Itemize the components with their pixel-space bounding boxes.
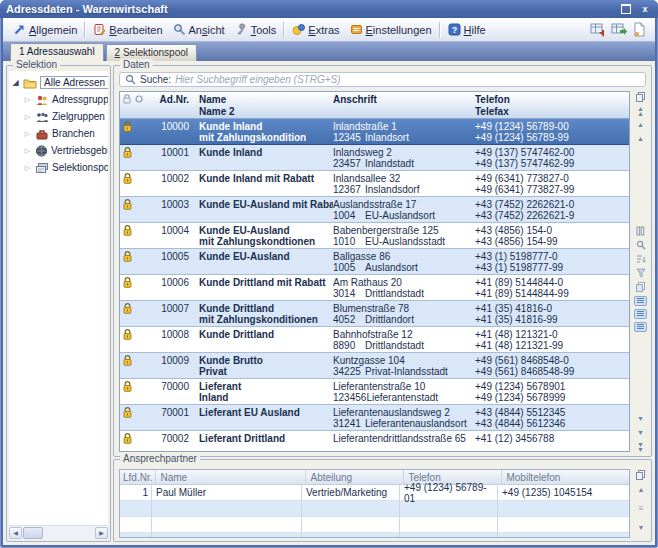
- table-row[interactable]: 70000LieferantInlandLieferantenstraße 10…: [120, 379, 629, 405]
- name2-line: Inland: [199, 392, 333, 403]
- menu-item-ansicht[interactable]: Ansicht: [168, 21, 230, 38]
- sort-icon[interactable]: [634, 254, 647, 265]
- tree-item-zielgruppen[interactable]: ▷Zielgruppen: [11, 108, 108, 125]
- restore-button[interactable]: [619, 3, 633, 16]
- close-button[interactable]: x: [638, 3, 652, 16]
- mobiltelefon-column-header[interactable]: Mobiltelefon: [502, 470, 629, 484]
- scroll-right-icon[interactable]: ▶: [95, 527, 108, 539]
- tree-item-branchen[interactable]: ▷Branchen: [11, 125, 108, 142]
- view-2-button[interactable]: [634, 309, 647, 319]
- copy-icon[interactable]: [634, 91, 647, 102]
- scroll-down-icon[interactable]: ▼: [634, 413, 647, 424]
- name-cell: [152, 501, 302, 516]
- table-row[interactable]: 10000Kunde Inlandmit ZahlungskonditionIn…: [120, 119, 629, 145]
- scroll-first-icon[interactable]: ▲▲: [634, 105, 647, 116]
- menu-item-bearbeiten[interactable]: Bearbeiten: [88, 21, 167, 38]
- tree-expander-icon[interactable]: ▷: [23, 113, 32, 121]
- city-value: Lieferantenauslandsort: [365, 418, 467, 429]
- table-row[interactable]: 10005Kunde EU-AuslandBallgasse 861005Aus…: [120, 249, 629, 275]
- anschrift-cell: Inlandsallee 3212367Inslandsdorf: [333, 173, 475, 196]
- tree-expander-icon[interactable]: ▷: [23, 147, 32, 155]
- plz-value: 12345: [333, 132, 365, 143]
- view-3-button[interactable]: [634, 322, 647, 332]
- magnifier-small-icon[interactable]: [634, 240, 647, 251]
- hscroll-thumb[interactable]: [23, 527, 43, 539]
- city-value: Inlandstadt: [365, 158, 414, 169]
- scroll-page-down-icon[interactable]: ▼: [634, 427, 647, 438]
- table-side-toolbar: ▲▲▲▲▼▼▼▼: [632, 91, 649, 452]
- tree-item-selektionspools[interactable]: ▷Selektionspools: [11, 159, 108, 176]
- table-row[interactable]: 10004Kunde EU-Auslandmit Zahlungskondtio…: [120, 223, 629, 249]
- tree-expander-icon[interactable]: ▷: [23, 130, 32, 138]
- city-line: 3014Drittlandstadt: [333, 288, 475, 299]
- table-row[interactable]: 10003Kunde EU-Ausland mit RabattAuslands…: [120, 197, 629, 223]
- tree-item-adressgruppen[interactable]: ▷Adressgruppen: [11, 91, 108, 108]
- city-value: EU-Auslandsstadt: [365, 236, 445, 247]
- tree-item-root[interactable]: ◢Alle Adressen: [11, 74, 108, 91]
- abteilung-column-header[interactable]: Abteilung: [306, 470, 404, 484]
- tree-hscrollbar[interactable]: ◀ ▶: [9, 525, 108, 539]
- tree-item-vertriebsgebiete[interactable]: ▷Vertriebsgebiete: [11, 142, 108, 159]
- tree-expander-icon[interactable]: ◢: [11, 78, 20, 87]
- name-cell: Lieferant EU Ausland: [193, 407, 333, 430]
- lock-gold-icon: [123, 173, 132, 184]
- tree-expander-icon[interactable]: ▷: [23, 96, 32, 104]
- menu-item-label: Bearbeiten: [109, 24, 162, 36]
- scroll-last-icon[interactable]: ▼▼: [634, 441, 647, 452]
- scroll-up-icon[interactable]: ▲: [635, 484, 648, 495]
- name-column-header[interactable]: NameName 2: [193, 94, 333, 118]
- copy-icon[interactable]: [635, 469, 648, 480]
- table-row[interactable]: 10008Kunde DrittlandBahnhofstraße 128890…: [120, 327, 629, 353]
- table-row[interactable]: 70001Lieferant EU AuslandLieferantenausl…: [120, 405, 629, 431]
- filter-icon[interactable]: [634, 268, 647, 279]
- tree-expander-icon[interactable]: ▷: [23, 164, 32, 172]
- table-row[interactable]: 10001Kunde InlandInlandsweg 223457Inland…: [120, 145, 629, 171]
- scroll-down-icon[interactable]: ▼: [635, 522, 648, 533]
- telefon-cell: +43 (7452) 2262621-0+43 (7452) 2262621-9: [475, 199, 629, 222]
- status-column-header[interactable]: [135, 94, 149, 118]
- table-import-button[interactable]: [610, 22, 627, 38]
- abteilung-cell: [302, 501, 400, 516]
- scroll-left-icon[interactable]: ◀: [9, 527, 22, 539]
- telefon-column-header[interactable]: TelefonTelefax: [475, 94, 629, 118]
- contacts-table-header: Lfd.Nr. Name Abteilung Telefon Mobiltele…: [120, 470, 629, 485]
- table-row[interactable]: 70002Lieferant DrittlandLieferantendritt…: [120, 431, 629, 452]
- status-cell: [135, 199, 149, 222]
- duplicate-icon[interactable]: [634, 282, 647, 293]
- title-bar[interactable]: Adressdaten - Warenwirtschaft x: [0, 0, 658, 18]
- table-export-button[interactable]: [589, 22, 606, 38]
- new-document-button[interactable]: [631, 22, 648, 38]
- table-row[interactable]: 10009Kunde BruttoPrivatKuntzgasse 104342…: [120, 353, 629, 379]
- scroll-page-up-icon[interactable]: ▲: [634, 119, 647, 130]
- adnr-column-header[interactable]: Ad.Nr.: [149, 94, 193, 118]
- table-row[interactable]: 10002Kunde Inland mit RabattInlandsallee…: [120, 171, 629, 197]
- pools-icon: [35, 162, 49, 174]
- scroll-up-icon[interactable]: ▲: [634, 133, 647, 144]
- view-1-button[interactable]: [634, 296, 647, 306]
- contact-row[interactable]: [120, 517, 629, 533]
- columns-icon[interactable]: [634, 226, 647, 237]
- name-column-header[interactable]: Name: [156, 470, 306, 484]
- scrollbar-grip[interactable]: ≡: [639, 504, 644, 513]
- street-line: Lieferantenauslandsweg 2: [333, 407, 475, 418]
- search-box[interactable]: Suche: Hier Suchbegriff eingeben (STRG+S…: [119, 72, 646, 87]
- lock-cell: [120, 121, 135, 144]
- contact-row[interactable]: [120, 501, 629, 517]
- contact-row[interactable]: [120, 533, 629, 538]
- menu-item-extras[interactable]: Extras: [287, 21, 344, 38]
- menu-item-tools[interactable]: Tools: [230, 21, 282, 38]
- lock-column-header[interactable]: [120, 94, 135, 118]
- contact-row[interactable]: 1Paul MüllerVertrieb/Marketing+49 (1234)…: [120, 485, 629, 501]
- menu-item-einstellungen[interactable]: Einstellungen: [345, 21, 437, 38]
- telefon-cell: +49 (1234) 5678901+49 (1234) 5678999: [475, 381, 629, 404]
- lfdnr-column-header[interactable]: Lfd.Nr.: [120, 470, 156, 484]
- lfdnr-cell: [120, 501, 152, 516]
- table-row[interactable]: 10007Kunde Drittlandmit Zahlungskonditio…: [120, 301, 629, 327]
- menu-item-label: Tools: [251, 24, 277, 36]
- table-row[interactable]: 10006Kunde Drittland mit RabattAm Rathau…: [120, 275, 629, 301]
- plz-value: 12367: [333, 184, 365, 195]
- menu-item-hilfe[interactable]: ?Hilfe: [443, 21, 491, 38]
- menu-item-allgemein[interactable]: Allgemein: [8, 21, 82, 38]
- anschrift-cell: Lieferantenstraße 10123456Lieferantensta…: [333, 381, 475, 404]
- anschrift-column-header[interactable]: Anschrift: [333, 94, 475, 118]
